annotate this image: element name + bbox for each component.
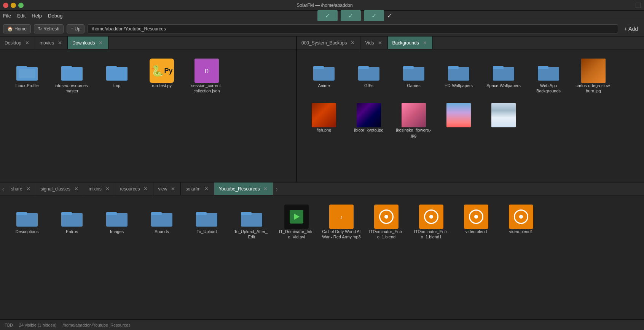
check-button-4[interactable]: ✓ xyxy=(387,12,392,19)
file-item-jbloor-kyoto[interactable]: jbloor_kyoto.jpg xyxy=(348,100,390,141)
file-item-session-json[interactable]: {} session_current-collection.json xyxy=(186,56,228,97)
bottom-tab-bar: ‹ share ✕ signal_classes ✕ mixins ✕ reso… xyxy=(0,182,644,195)
tab-solarfm-close[interactable]: ✕ xyxy=(204,186,209,191)
check-button-3[interactable]: ✓ xyxy=(364,10,384,22)
folder-icon xyxy=(312,59,336,83)
tab-resources[interactable]: resources ✕ xyxy=(115,182,154,195)
file-item-fish-png[interactable]: fish.png xyxy=(303,100,345,141)
file-item-anime[interactable]: Anime xyxy=(303,56,345,97)
svg-rect-35 xyxy=(241,212,252,215)
tab-mixins-close[interactable]: ✕ xyxy=(105,186,110,191)
path-input[interactable] xyxy=(88,24,618,33)
svg-rect-15 xyxy=(358,66,369,69)
tab-share-close[interactable]: ✕ xyxy=(26,186,31,191)
right-panel: 000_System_Backups ✕ Vids ✕ Backgrounds … xyxy=(297,36,644,182)
file-item-to-upload-after-edit[interactable]: To_Upload_After_-Edit xyxy=(231,201,273,243)
tab-desktop-close[interactable]: ✕ xyxy=(24,40,30,45)
tab-resources-close[interactable]: ✕ xyxy=(143,186,148,191)
menu-debug[interactable]: Debug xyxy=(48,13,62,19)
file-item-blend-2[interactable]: ITDominator_Entr-o_1.blend1 xyxy=(410,201,452,243)
menubar: File Edit Help Debug ✓ ✓ ✓ ✓ xyxy=(0,11,644,21)
menu-file[interactable]: File xyxy=(3,13,11,19)
svg-rect-25 xyxy=(16,212,27,215)
svg-rect-29 xyxy=(106,212,117,215)
svg-rect-19 xyxy=(448,66,459,69)
home-button[interactable]: 🏠 Home xyxy=(3,24,31,33)
file-item-games[interactable]: Games xyxy=(393,56,435,97)
file-item-linux-profile[interactable]: Linux-Profile xyxy=(6,56,48,97)
close-button[interactable] xyxy=(3,3,8,8)
folder-icon xyxy=(105,205,129,229)
tab-downloads-close[interactable]: ✕ xyxy=(98,40,104,45)
refresh-button[interactable]: ↻ Refresh xyxy=(34,24,64,33)
tab-scroll-left[interactable]: ‹ xyxy=(0,182,6,195)
file-item-images[interactable]: Images xyxy=(96,201,138,243)
file-item-entros[interactable]: Entros xyxy=(51,201,93,243)
tab-youtube-resources[interactable]: Youtube_Resources ✕ xyxy=(214,182,274,195)
tab-scroll-right[interactable]: › xyxy=(273,182,280,195)
tab-solarfm[interactable]: solarfm ✕ xyxy=(181,182,214,195)
window-controls[interactable] xyxy=(3,3,24,8)
up-icon: ↑ xyxy=(71,26,73,32)
add-button[interactable]: + Add xyxy=(621,24,641,33)
tab-signal-classes[interactable]: signal_classes ✕ xyxy=(36,182,84,195)
tab-backgrounds-close[interactable]: ✕ xyxy=(422,40,428,45)
tab-movies-close[interactable]: ✕ xyxy=(57,40,63,45)
thumbnail-sky xyxy=(446,103,471,127)
tab-view-close[interactable]: ✕ xyxy=(170,186,176,191)
file-item-descriptions[interactable]: Descriptions xyxy=(6,201,48,243)
file-item-sounds[interactable]: Sounds xyxy=(141,201,183,243)
up-button[interactable]: ↑ Up xyxy=(67,24,84,33)
minimize-button[interactable] xyxy=(11,3,16,8)
file-item-cloud[interactable] xyxy=(483,100,524,141)
file-item-to-upload[interactable]: To_Upload xyxy=(186,201,228,243)
right-tab-bar: 000_System_Backups ✕ Vids ✕ Backgrounds … xyxy=(297,36,644,49)
svg-rect-33 xyxy=(196,212,207,215)
file-item-sky[interactable] xyxy=(438,100,480,141)
menu-help[interactable]: Help xyxy=(32,13,42,19)
status-count: 24 visible (1 hidden) xyxy=(19,323,56,327)
file-item-web-app-backgrounds[interactable]: Web App Backgrounds xyxy=(528,56,569,97)
file-item-video-blend1[interactable]: video.blend1 xyxy=(500,201,542,243)
titlebar-icon xyxy=(636,3,641,8)
tab-vids-close[interactable]: ✕ xyxy=(377,40,383,45)
left-file-area: Linux-Profile infosec-resources-master xyxy=(0,49,296,182)
blend-file-icon-video1 xyxy=(509,205,533,229)
file-item-space-wallpapers[interactable]: Space-Wallpapers xyxy=(483,56,524,97)
tab-backups-close[interactable]: ✕ xyxy=(350,40,355,45)
svg-text:♪: ♪ xyxy=(340,214,343,220)
file-item-gifs[interactable]: GIFs xyxy=(348,56,390,97)
menu-edit[interactable]: Edit xyxy=(17,13,26,19)
svg-text:{}: {} xyxy=(204,68,209,73)
toolbar: 🏠 Home ↻ Refresh ↑ Up + Add xyxy=(0,21,644,36)
file-item-carlos-ortega[interactable]: carlos-ortega-slow-burn.jpg xyxy=(572,56,614,97)
tab-share[interactable]: share ✕ xyxy=(6,182,36,195)
svg-rect-23 xyxy=(538,66,548,69)
tab-backgrounds[interactable]: Backgrounds ✕ xyxy=(388,36,433,49)
file-item-tmp[interactable]: tmp xyxy=(96,56,138,97)
tab-movies[interactable]: movies ✕ xyxy=(35,36,68,49)
tab-mixins[interactable]: mixins ✕ xyxy=(84,182,115,195)
file-item-blend-1[interactable]: ITDominator_Entr-o_1.blend xyxy=(365,201,407,243)
file-item-run-test-py[interactable]: 🐍 run-test.py xyxy=(141,56,183,97)
tab-downloads[interactable]: Downloads ✕ xyxy=(68,36,108,49)
tab-signal-classes-close[interactable]: ✕ xyxy=(73,186,79,191)
file-item-video-blend[interactable]: video.blend xyxy=(455,201,497,243)
svg-rect-31 xyxy=(151,212,162,215)
maximize-button[interactable] xyxy=(18,3,24,8)
file-item-infosec[interactable]: infosec-resources-master xyxy=(51,56,93,97)
check-button-1[interactable]: ✓ xyxy=(317,10,338,22)
check-button-2[interactable]: ✓ xyxy=(341,10,361,22)
tab-view[interactable]: view ✕ xyxy=(153,182,181,195)
tab-backups[interactable]: 000_System_Backups ✕ xyxy=(297,36,360,49)
python-file-icon: 🐍 xyxy=(150,59,174,83)
window-title: SolarFM — /home/abaddon xyxy=(296,3,352,8)
file-item-jkosinska-flowers[interactable]: jkosinska_flowers.-jpg xyxy=(393,100,435,141)
tab-desktop[interactable]: Desktop ✕ xyxy=(0,36,35,49)
tab-youtube-resources-close[interactable]: ✕ xyxy=(263,186,268,191)
file-item-avi[interactable]: IT_Dominator_Intr-o_Vid.avi xyxy=(276,201,317,243)
file-item-hd-wallpapers[interactable]: HD-Wallpapers xyxy=(438,56,480,97)
thumbnail-jkosinska xyxy=(402,103,426,127)
tab-vids[interactable]: Vids ✕ xyxy=(360,36,387,49)
file-item-mp3[interactable]: ♪ Call of Duty World At War - Red Army.m… xyxy=(320,201,362,243)
